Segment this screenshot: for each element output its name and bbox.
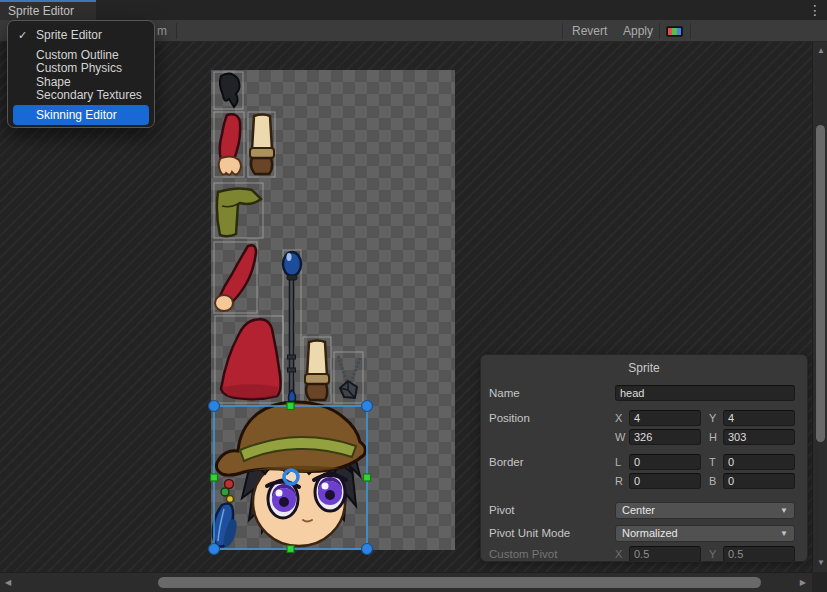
selection-edge-handle-right[interactable] (364, 474, 371, 481)
panel-title: Sprite (481, 361, 807, 375)
name-label: Name (487, 387, 615, 399)
custom-pivot-x-field (629, 546, 701, 562)
apply-button[interactable]: Apply (617, 20, 659, 42)
selection-corner-handle-tl[interactable] (209, 401, 220, 412)
border-label: Border (487, 456, 615, 468)
selection-corner-handle-bl[interactable] (209, 544, 220, 555)
sprite-boot[interactable] (250, 115, 274, 175)
pivot-dropdown[interactable]: Center ▼ (615, 502, 795, 519)
name-field[interactable] (615, 385, 795, 401)
sprite-sleeve[interactable] (215, 245, 256, 311)
revert-button[interactable]: Revert (566, 20, 613, 42)
custom-pivot-x-prefix: X (615, 548, 626, 560)
pivot-value: Center (622, 504, 655, 516)
tab-label: Sprite Editor (8, 4, 74, 18)
selection-edge-handle-top[interactable] (287, 403, 294, 410)
window-menu-icon[interactable]: ⋮ (808, 1, 822, 19)
selection-edge-handle-left[interactable] (211, 474, 218, 481)
position-w-field[interactable] (629, 429, 701, 445)
b-prefix: B (709, 475, 720, 487)
clipped-trim-button-text[interactable]: m (157, 24, 167, 38)
position-x-field[interactable] (629, 410, 701, 426)
toolbar-separator (562, 23, 563, 39)
selection-corner-handle-tr[interactable] (362, 401, 373, 412)
position-y-field[interactable] (723, 410, 795, 426)
toolbar-separator (690, 23, 691, 39)
scroll-right-icon[interactable]: ▶ (800, 579, 806, 587)
h-prefix: H (709, 431, 720, 443)
scrollbar-corner (812, 572, 827, 592)
horizontal-scrollbar-thumb[interactable] (158, 577, 761, 588)
w-prefix: W (615, 431, 626, 443)
scroll-left-icon[interactable]: ◀ (5, 579, 11, 587)
menu-item-skinning-editor[interactable]: Skinning Editor (13, 105, 149, 125)
custom-pivot-y-field (723, 546, 795, 562)
sprite-atlas-overlay (203, 62, 463, 556)
selection-corner-handle-br[interactable] (362, 544, 373, 555)
menu-item-custom-physics-shape[interactable]: Custom Physics Shape (8, 65, 154, 85)
t-prefix: T (709, 456, 720, 468)
selection-edge-handle-bottom[interactable] (287, 546, 294, 553)
sprite-editor-window: Sprite Editor ⋮ m Revert Apply (0, 0, 827, 592)
sprite-editor-mode-menu: ✓ Sprite Editor Custom Outline Custom Ph… (7, 20, 155, 128)
sprite-arm[interactable] (219, 114, 241, 174)
hat-bead-yellow (227, 496, 234, 503)
r-prefix: R (615, 475, 626, 487)
pivot-unit-mode-dropdown[interactable]: Normalized ▼ (615, 525, 795, 542)
border-b-field[interactable] (723, 473, 795, 489)
checkmark-icon: ✓ (18, 29, 27, 42)
rgb-alpha-toggle-icon[interactable] (666, 26, 683, 37)
sprite-scarf[interactable] (217, 188, 261, 236)
scroll-down-icon[interactable]: ▼ (817, 559, 825, 567)
pivot-indicator[interactable] (284, 470, 298, 484)
title-bar: Sprite Editor ⋮ (0, 0, 827, 20)
menu-item-secondary-textures[interactable]: Secondary Textures (8, 85, 154, 105)
position-h-field[interactable] (723, 429, 795, 445)
y-prefix: Y (709, 412, 720, 424)
l-prefix: L (615, 456, 626, 468)
sprite-hair-tuft[interactable] (220, 74, 240, 107)
x-prefix: X (615, 412, 626, 424)
sprite-pendant[interactable] (338, 356, 360, 398)
pivot-label: Pivot (487, 504, 615, 516)
sprite-boot-2[interactable] (305, 341, 329, 401)
tab-sprite-editor[interactable]: Sprite Editor (0, 0, 96, 20)
position-label: Position (487, 412, 615, 424)
toolbar-separator (659, 23, 660, 39)
menu-item-sprite-editor[interactable]: ✓ Sprite Editor (8, 25, 154, 45)
pivot-unit-mode-value: Normalized (622, 527, 678, 539)
chevron-down-icon: ▼ (780, 506, 788, 515)
sprite-staff[interactable] (283, 252, 301, 403)
chevron-down-icon: ▼ (780, 529, 788, 538)
scroll-up-icon[interactable]: ▲ (817, 47, 825, 55)
horizontal-scrollbar[interactable]: ◀ ▶ (0, 572, 812, 592)
custom-pivot-y-prefix: Y (709, 548, 720, 560)
sprite-cloak[interactable] (221, 319, 281, 399)
vertical-scrollbar[interactable]: ▲ ▼ (812, 42, 827, 572)
hat-bead-red (225, 480, 234, 489)
hat-bead-green (221, 488, 229, 496)
sprite-inspector-panel: Sprite Name Position X Y W H Border L (480, 354, 808, 562)
border-r-field[interactable] (629, 473, 701, 489)
toolbar-separator (176, 23, 177, 39)
border-l-field[interactable] (629, 454, 701, 470)
border-t-field[interactable] (723, 454, 795, 470)
pivot-unit-mode-label: Pivot Unit Mode (487, 527, 615, 539)
vertical-scrollbar-thumb[interactable] (816, 125, 825, 442)
custom-pivot-label: Custom Pivot (487, 548, 615, 560)
